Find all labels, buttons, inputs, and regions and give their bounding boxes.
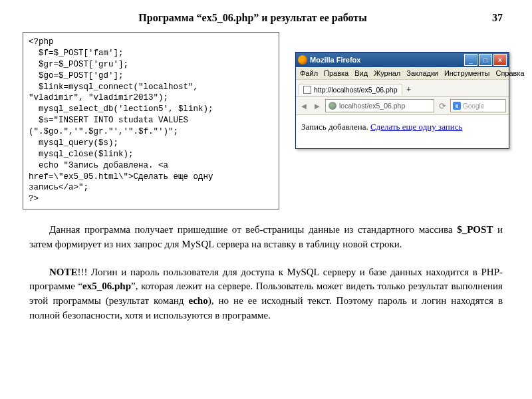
firefox-icon xyxy=(298,55,307,65)
google-icon: 8 xyxy=(453,102,461,110)
menu-help[interactable]: Справка xyxy=(495,69,524,77)
url-bar[interactable]: localhost/ex5_06.php xyxy=(325,99,434,112)
search-box[interactable]: 8 Google xyxy=(450,99,506,112)
page-icon xyxy=(303,86,311,94)
menu-bar: Файл Правка Вид Журнал Закладки Инструме… xyxy=(296,67,509,80)
forward-button[interactable]: ► xyxy=(312,100,323,111)
menu-edit[interactable]: Правка xyxy=(324,69,348,77)
tab-bar: http://localhost/ex5_06.php + xyxy=(296,80,509,97)
nav-toolbar: ◄ ► localhost/ex5_06.php ⟳ 8 Google xyxy=(296,97,509,115)
reload-button[interactable]: ⟳ xyxy=(437,100,448,111)
result-text: Запись добавлена. xyxy=(301,122,370,132)
search-placeholder: Google xyxy=(463,102,484,110)
minimize-button[interactable]: _ xyxy=(464,54,477,66)
php-source-code: <?php $f=$_POST['fam']; $gr=$_POST['gru'… xyxy=(23,32,279,209)
menu-tools[interactable]: Инструменты xyxy=(444,69,490,77)
page-number: 37 xyxy=(476,12,503,24)
url-text: localhost/ex5_06.php xyxy=(339,102,405,110)
page-title: Программа “ex5_06.php” и результат ее ра… xyxy=(29,12,476,24)
menu-file[interactable]: Файл xyxy=(300,69,318,77)
browser-tab[interactable]: http://localhost/ex5_06.php xyxy=(299,84,402,95)
page-header: Программа “ex5_06.php” и результат ее ра… xyxy=(23,12,509,24)
window-title: Mozilla Firefox xyxy=(310,56,360,64)
new-tab-button[interactable]: + xyxy=(404,84,414,94)
tab-label: http://localhost/ex5_06.php xyxy=(314,86,398,94)
top-row: <?php $f=$_POST['fam']; $gr=$_POST['gru'… xyxy=(23,32,509,209)
menu-bookmarks[interactable]: Закладки xyxy=(406,69,438,77)
menu-history[interactable]: Журнал xyxy=(374,69,400,77)
menu-view[interactable]: Вид xyxy=(354,69,368,77)
paragraph-1: Данная программа получает пришедшие от в… xyxy=(29,223,503,252)
window-titlebar[interactable]: Mozilla Firefox _ □ × xyxy=(296,53,509,67)
result-link[interactable]: Сделать еще одну запись xyxy=(370,122,462,132)
page-content: Запись добавлена. Сделать еще одну запис… xyxy=(296,115,509,148)
firefox-window: Mozilla Firefox _ □ × Файл Правка Вид Жу… xyxy=(295,52,509,149)
globe-icon xyxy=(329,102,336,110)
back-button[interactable]: ◄ xyxy=(299,100,309,111)
paragraph-2: NOTE!!! Логин и пароль пользователя для … xyxy=(29,265,503,323)
maximize-button[interactable]: □ xyxy=(479,54,492,66)
close-button[interactable]: × xyxy=(493,54,507,66)
